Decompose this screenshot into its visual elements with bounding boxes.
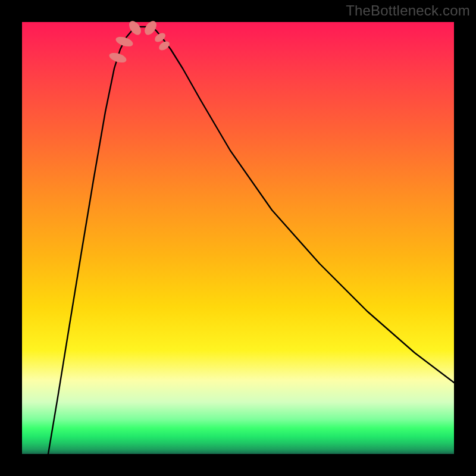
watermark-text: TheBottleneck.com [346,2,470,19]
outer-frame: TheBottleneck.com [0,0,476,476]
curve-layer [22,22,454,454]
series-left-curve [48,27,138,454]
marker-valley-right [142,19,159,37]
marker-left-arm-upper [108,51,128,65]
marker-left-arm-lower [115,35,134,49]
plot-area [22,22,454,454]
marker-group [108,19,171,65]
series-right-curve [150,27,454,383]
curve-group [48,27,454,454]
